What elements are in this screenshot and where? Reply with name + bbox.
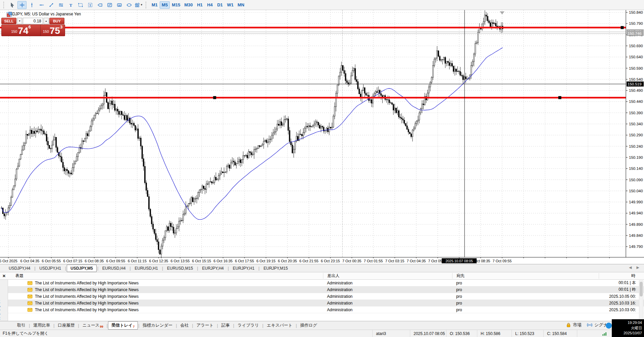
tab-scroll-right-icon[interactable]: ▶ (637, 265, 639, 270)
community-icon[interactable] (606, 323, 612, 329)
timeframe-w1-button[interactable]: W1 (225, 1, 236, 9)
toolbox-tab[interactable]: エキスパート (264, 322, 295, 329)
sell-button[interactable]: SELL (1, 18, 16, 24)
one-click-trading-panel: SELL ▼ ▲ BUY 150 74 6 150 75 3 (1, 18, 65, 36)
toolbox-tab-label: ニュース (83, 323, 100, 328)
candle-low: L: 150.523 (512, 330, 543, 337)
svg-text:7 Oct 00:35: 7 Oct 00:35 (342, 259, 362, 263)
svg-text:149.790: 149.790 (629, 245, 643, 249)
svg-text:6 Oct 20:35: 6 Oct 20:35 (278, 259, 297, 263)
toolbox-tab[interactable]: 運用比率 (30, 322, 53, 329)
column-time[interactable]: 時 (599, 273, 644, 279)
horizontal-line-tool[interactable] (37, 1, 46, 9)
toolbar-grip[interactable] (3, 2, 5, 8)
toolbox-tab[interactable]: ニュース99 (79, 322, 106, 329)
equidistant-channel-tool[interactable] (56, 1, 65, 9)
indicator-dialog-tool[interactable] (105, 1, 114, 9)
signal-icon (587, 322, 592, 328)
inbox-scrollbar-thumb[interactable] (640, 282, 643, 296)
chart-tab-usdjpy-h4[interactable]: USDJPY,H4 (5, 265, 34, 272)
buy-button[interactable]: BUY (49, 18, 64, 24)
timeframe-m1-button[interactable]: M1 (150, 1, 160, 9)
inbox-row[interactable]: The List of Instruments Affected by High… (8, 307, 644, 313)
price-label-tool[interactable] (95, 1, 104, 9)
text-icon: T (68, 2, 73, 8)
chart-tab-usdjpy-m5[interactable]: USDJPY,M5 (67, 265, 97, 272)
tab-separator: | (161, 266, 164, 271)
sell-price[interactable]: 150 74 6 (2, 25, 41, 36)
chart-tab-eurusd-m15[interactable]: EURUSD,M15 (164, 265, 196, 272)
chart-tab-eurusd-h1[interactable]: EURUSD,H1 (131, 265, 161, 272)
chart-tab-eurjpy-m15[interactable]: EURJPY,M15 (260, 265, 291, 272)
toolbox-tab-label: 会社 (180, 323, 189, 328)
volume-up-button[interactable]: ▲ (44, 18, 49, 24)
rectangle-tool[interactable] (76, 1, 85, 9)
shapes-tool[interactable]: ▼ (134, 1, 143, 9)
trendline-tool[interactable] (47, 1, 56, 9)
toolbox-tab[interactable]: 受信トレイ7 (108, 321, 138, 330)
timeframe-m30-button[interactable]: M30 (182, 1, 195, 9)
inbox-row[interactable]: The List of Instruments Affected by High… (8, 293, 644, 300)
column-subject[interactable]: 表題 (8, 273, 323, 279)
svg-text:150.390: 150.390 (629, 111, 643, 115)
toolbox-close-button[interactable]: ✕ (0, 274, 8, 278)
inbox-row[interactable]: The List of Instruments Affected by High… (8, 300, 644, 307)
timeframe-h1-button[interactable]: H1 (195, 1, 205, 9)
inbox-row-subject: The List of Instruments Affected by High… (8, 281, 323, 285)
tab-scroll-left-icon[interactable]: ◀ (629, 265, 632, 270)
column-to[interactable]: 宛先 (452, 273, 599, 279)
svg-text:6 Oct 16:35: 6 Oct 16:35 (214, 259, 233, 263)
ok-button-icon: OK (117, 2, 122, 8)
chart-template-icon[interactable] (7, 12, 12, 17)
timeframe-grip[interactable] (146, 2, 148, 8)
text-tool[interactable]: T (66, 1, 75, 9)
toolbox-tab-label: エキスパート (267, 323, 292, 328)
toolbox-tab[interactable]: 口座履歴 (55, 322, 78, 329)
tab-separator: | (129, 266, 131, 271)
market-status-label[interactable]: 市場 (573, 322, 582, 328)
toolbox-tab[interactable]: 操作ログ (297, 322, 320, 329)
text-label-tool[interactable]: T (86, 1, 95, 9)
chart-tab-eurjpy-h1[interactable]: EURJPY,H1 (229, 265, 258, 272)
timeframe-group: M1M5M15M30H1H4D1W1MN (150, 1, 246, 9)
ok-button-tool[interactable]: OK (115, 1, 124, 9)
envelope-icon (28, 288, 33, 292)
unread-badge: 7 (133, 325, 135, 328)
svg-text:6 Oct 23:15: 6 Oct 23:15 (321, 259, 340, 263)
volume-down-button[interactable]: ▼ (17, 18, 22, 24)
toolbox-tab[interactable]: 指標カレンダー (140, 322, 176, 329)
toolbox-tab[interactable]: ライブラリ (234, 322, 262, 329)
inbox-row[interactable]: The List of Instruments Affected by High… (8, 280, 644, 286)
svg-text:150.140: 150.140 (629, 166, 643, 171)
timeframe-m15-button[interactable]: M15 (170, 1, 182, 9)
ellipse-tool[interactable] (124, 1, 133, 9)
inbox-subject-text: The List of Instruments Affected by High… (35, 301, 139, 306)
crosshair-tool[interactable] (17, 1, 26, 9)
svg-text:T: T (69, 2, 72, 7)
column-from[interactable]: 差出人 (323, 273, 452, 279)
volume-input[interactable] (23, 18, 43, 24)
inbox-row[interactable]: The List of Instruments Affected by High… (8, 286, 644, 293)
chart-tab-eurusd-h4[interactable]: EURUSD,H4 (99, 265, 129, 272)
chart-tab-eurjpy-h4[interactable]: EURJPY,H4 (199, 265, 227, 272)
toolbox-tab[interactable]: 記事 (218, 322, 233, 329)
timeframe-d1-button[interactable]: D1 (215, 1, 225, 9)
chart-window: 150.840150.790150.740150.690150.640150.5… (0, 10, 644, 264)
toolbox-tab[interactable]: 取引 (14, 322, 29, 329)
timeframe-m5-button[interactable]: M5 (160, 1, 170, 9)
toolbox-tab[interactable]: アラート (194, 322, 217, 329)
envelope-icon (28, 294, 33, 298)
dropdown-arrow-icon[interactable]: ▼ (140, 3, 143, 6)
timeframe-mn-button[interactable]: MN (235, 1, 246, 9)
toolbox-tab[interactable]: 会社 (177, 322, 192, 329)
svg-text:7 Oct 04:35: 7 Oct 04:35 (407, 259, 426, 263)
vertical-line-tool[interactable] (27, 1, 36, 9)
cursor-tool[interactable] (8, 1, 17, 9)
chart-canvas[interactable]: 150.840150.790150.740150.690150.640150.5… (0, 10, 644, 264)
buy-price[interactable]: 150 75 3 (41, 25, 65, 36)
inbox-scrollbar[interactable] (639, 280, 643, 320)
svg-text:150.290: 150.290 (629, 133, 643, 137)
timeframe-h4-button[interactable]: H4 (205, 1, 215, 9)
trendline-icon (49, 2, 54, 8)
chart-tab-usdjpy-h1[interactable]: USDJPY,H1 (36, 265, 64, 272)
